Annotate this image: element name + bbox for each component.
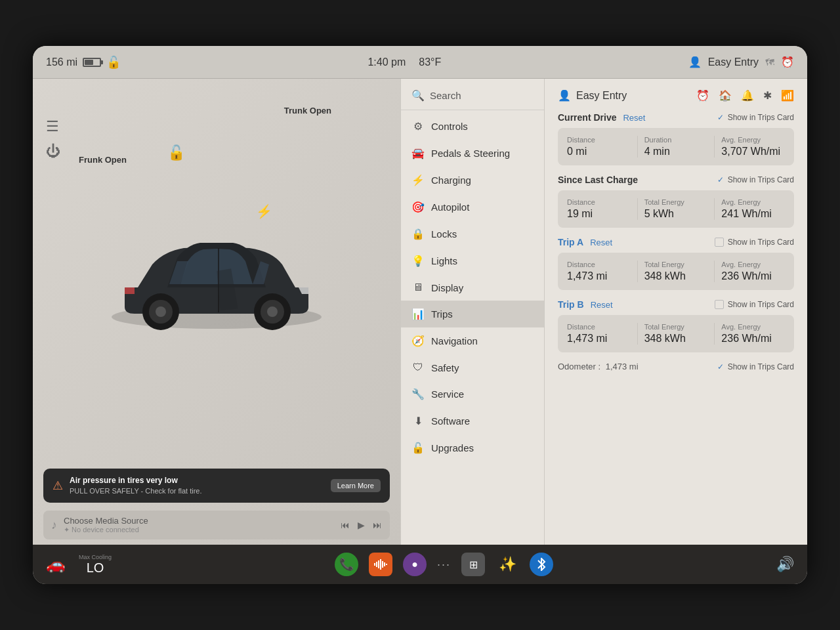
phone-button[interactable]: 📞 bbox=[335, 553, 358, 576]
bell-icon[interactable]: 🔔 bbox=[741, 89, 754, 102]
divider6 bbox=[714, 261, 715, 282]
divider7 bbox=[637, 323, 638, 345]
odometer-value: 1,473 mi bbox=[606, 362, 639, 371]
locks-label: Locks bbox=[431, 228, 457, 240]
next-track-button[interactable]: ⏭ bbox=[373, 520, 382, 530]
current-drive-header: Current Drive Reset ✓ Show in Trips Card bbox=[558, 112, 794, 123]
alarm-icon[interactable]: ⏰ bbox=[696, 89, 709, 102]
locks-icon: 🔒 bbox=[411, 228, 425, 240]
svg-rect-10 bbox=[378, 560, 379, 568]
radio-button[interactable]: ● bbox=[403, 553, 427, 576]
trip-b-title: Trip B bbox=[558, 299, 584, 310]
menu-item-charging[interactable]: ⚡ Charging bbox=[401, 167, 544, 194]
alert-bar: ⚠ Air pressure in tires very low PULL OV… bbox=[43, 469, 390, 503]
temp-value-taskbar: LO bbox=[87, 560, 104, 576]
controls-label: Controls bbox=[431, 121, 468, 132]
menu-item-safety[interactable]: 🛡 Safety bbox=[401, 354, 544, 381]
odometer-label: Odometer : bbox=[558, 362, 600, 371]
trip-b-show-trips[interactable]: Show in Trips Card bbox=[715, 300, 794, 309]
checkbox-trip-b bbox=[715, 300, 724, 309]
menu-item-lights[interactable]: 💡 Lights bbox=[401, 247, 544, 274]
navigation-label: Navigation bbox=[431, 335, 478, 346]
menu-item-trips[interactable]: 📊 Trips bbox=[401, 301, 544, 327]
current-drive-section: Current Drive Reset ✓ Show in Trips Card… bbox=[558, 112, 794, 165]
trip-b-stats: Distance 1,473 mi Total Energy 348 kWh A… bbox=[558, 315, 794, 352]
autopilot-icon: 🎯 bbox=[411, 201, 425, 213]
center-panel: 🔍 Search ⚙ Controls 🚘 Pedals & Steering … bbox=[400, 79, 545, 545]
service-label: Service bbox=[431, 388, 464, 400]
trip-a-reset[interactable]: Reset bbox=[590, 238, 612, 247]
menu-item-navigation[interactable]: 🧭 Navigation bbox=[401, 327, 544, 354]
bluetooth-svg bbox=[537, 558, 546, 571]
volume-icon[interactable]: 🔊 bbox=[776, 556, 794, 573]
waveform-button[interactable] bbox=[369, 553, 392, 576]
trip-b-reset[interactable]: Reset bbox=[591, 300, 613, 310]
menu-item-autopilot[interactable]: 🎯 Autopilot bbox=[401, 194, 544, 220]
menu-item-controls[interactable]: ⚙ Controls bbox=[401, 113, 544, 140]
current-drive-show-trips[interactable]: ✓ Show in Trips Card bbox=[717, 113, 794, 122]
prev-track-button[interactable]: ⏮ bbox=[341, 520, 350, 530]
car-illustration bbox=[98, 186, 335, 356]
duration-value-current: 4 min bbox=[644, 146, 708, 158]
waveform-svg bbox=[374, 559, 387, 570]
home-icon[interactable]: 🏠 bbox=[719, 89, 732, 102]
grid-button[interactable]: ⊞ bbox=[461, 553, 485, 576]
more-button[interactable]: ··· bbox=[437, 558, 451, 572]
left-panel: ☰ ⏻ Trunk Open Frunk Open 🔓 ⚡ bbox=[33, 79, 400, 545]
svg-point-6 bbox=[267, 306, 278, 317]
menu-item-software[interactable]: ⬇ Software bbox=[401, 408, 544, 434]
total-energy-value-charge: 5 kWh bbox=[644, 208, 708, 220]
car-icon-taskbar[interactable]: 🚗 bbox=[46, 555, 66, 574]
status-left: 156 mi 🔓 bbox=[46, 55, 121, 70]
bluetooth-icon[interactable]: ✱ bbox=[763, 89, 772, 102]
menu-item-pedals[interactable]: 🚘 Pedals & Steering bbox=[401, 140, 544, 167]
autopilot-label: Autopilot bbox=[431, 201, 469, 213]
show-trips-b-label: Show in Trips Card bbox=[728, 300, 794, 309]
screen: 156 mi 🔓 1:40 pm 83°F 👤 Easy Entry 🗺 ⏰ ☰ bbox=[33, 46, 807, 584]
lights-label: Lights bbox=[431, 255, 457, 266]
play-pause-button[interactable]: ▶ bbox=[358, 520, 365, 530]
bluetooth-button[interactable] bbox=[530, 553, 553, 576]
search-bar[interactable]: 🔍 Search bbox=[401, 84, 544, 110]
lights-icon: 💡 bbox=[411, 255, 425, 267]
display-icon: 🖥 bbox=[411, 282, 425, 293]
alert-subtitle: PULL OVER SAFELY - Check for flat tire. bbox=[70, 486, 324, 496]
time-display: 1:40 pm bbox=[368, 56, 406, 68]
distance-value-b: 1,473 mi bbox=[567, 333, 631, 345]
temp-display-taskbar: Max Cooling LO bbox=[79, 554, 112, 576]
distance-label-current: Distance bbox=[567, 136, 631, 144]
learn-more-button[interactable]: Learn More bbox=[331, 479, 381, 492]
menu-item-display[interactable]: 🖥 Display bbox=[401, 274, 544, 301]
menu-item-locks[interactable]: 🔒 Locks bbox=[401, 220, 544, 247]
avg-energy-label-charge: Avg. Energy bbox=[721, 198, 785, 206]
menu-item-upgrades[interactable]: 🔓 Upgrades bbox=[401, 434, 544, 461]
check-icon-odometer: ✓ bbox=[717, 362, 724, 371]
odometer-show-trips[interactable]: ✓ Show in Trips Card bbox=[717, 362, 794, 371]
distance-value-a: 1,473 mi bbox=[567, 270, 631, 282]
trip-a-header: Trip A Reset Show in Trips Card bbox=[558, 237, 794, 247]
current-drive-reset[interactable]: Reset bbox=[623, 113, 645, 123]
media-controls: ⏮ ▶ ⏭ bbox=[341, 520, 382, 530]
signal-icon[interactable]: 📶 bbox=[781, 89, 794, 102]
menu-item-service[interactable]: 🔧 Service bbox=[401, 381, 544, 408]
right-panel: 👤 Easy Entry ⏰ 🏠 🔔 ✱ 📶 Current Drive Res… bbox=[545, 79, 807, 545]
since-last-charge-show-trips[interactable]: ✓ Show in Trips Card bbox=[717, 175, 794, 184]
trips-icon: 📊 bbox=[411, 308, 425, 320]
panel-title: 👤 Easy Entry bbox=[558, 89, 627, 102]
trip-a-title: Trip A bbox=[558, 237, 583, 247]
check-icon-current: ✓ bbox=[717, 113, 724, 122]
svg-rect-13 bbox=[384, 562, 385, 566]
temp-label-taskbar: Max Cooling bbox=[79, 554, 112, 560]
trip-a-section: Trip A Reset Show in Trips Card Distance… bbox=[558, 237, 794, 290]
sparkle-button[interactable]: ✨ bbox=[495, 553, 519, 576]
easy-entry-header[interactable]: Easy Entry bbox=[708, 56, 759, 68]
frunk-label: Frunk Open bbox=[79, 154, 127, 166]
svg-rect-8 bbox=[374, 563, 375, 566]
current-drive-title: Current Drive bbox=[558, 112, 616, 123]
stat-avg-energy-b: Avg. Energy 236 Wh/mi bbox=[721, 323, 785, 345]
trip-a-show-trips[interactable]: Show in Trips Card bbox=[715, 238, 794, 247]
main-area: ☰ ⏻ Trunk Open Frunk Open 🔓 ⚡ bbox=[33, 79, 807, 545]
stat-distance-b: Distance 1,473 mi bbox=[567, 323, 631, 345]
stat-total-energy-a: Total Energy 348 kWh bbox=[644, 261, 708, 282]
alert-title: Air pressure in tires very low bbox=[70, 475, 324, 486]
